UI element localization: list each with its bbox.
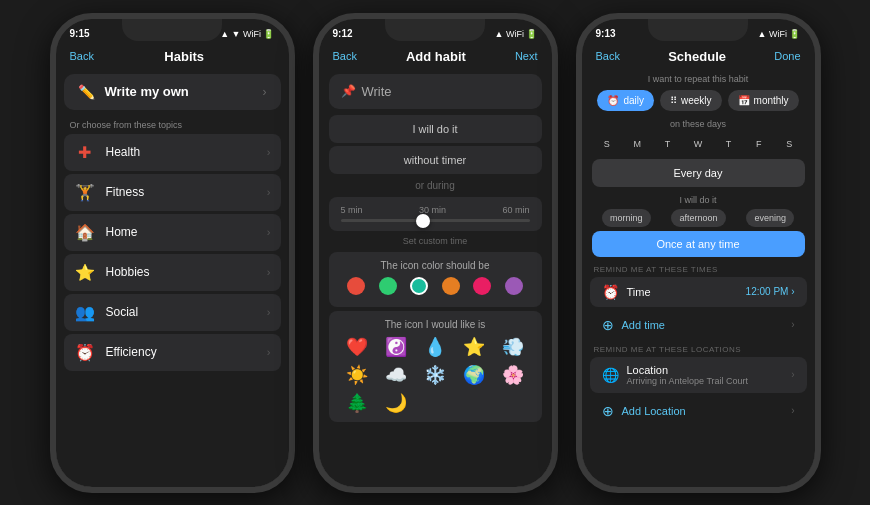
color-purple[interactable] (505, 277, 523, 295)
habit-item-social[interactable]: 👥 Social › (64, 294, 281, 331)
or-during-label: or during (329, 177, 542, 194)
monthly-tab[interactable]: 📅 monthly (728, 90, 799, 111)
status-time-3: 9:13 (596, 28, 616, 39)
icon-earth[interactable]: 🌍 (458, 364, 491, 386)
health-icon: ✚ (74, 143, 96, 162)
next-button[interactable]: Next (515, 50, 538, 62)
back-button-2[interactable]: Back (333, 50, 357, 62)
custom-time-label: Set custom time (319, 234, 552, 248)
pin-icon: 📌 (341, 84, 356, 98)
time-row[interactable]: ⏰ Time 12:00 PM › (590, 277, 807, 307)
write-placeholder: Write (362, 84, 392, 99)
nav-bar-1: Back Habits (56, 45, 289, 70)
monthly-icon: 📅 (738, 95, 750, 106)
page-title-2: Add habit (406, 49, 466, 64)
social-label: Social (106, 305, 257, 319)
clock-icon: ⏰ (602, 284, 619, 300)
chevron-icon: › (267, 146, 271, 158)
any-time-button[interactable]: Once at any time (592, 231, 805, 257)
habit-item-efficiency[interactable]: ⏰ Efficiency › (64, 334, 281, 371)
color-pink[interactable] (473, 277, 491, 295)
time-of-day-row: morning afternoon evening (582, 209, 815, 231)
icon-yin-yang[interactable]: ☯️ (380, 336, 413, 358)
add-time-row[interactable]: ⊕ Add time › (590, 310, 807, 340)
icon-heart[interactable]: ❤️ (341, 336, 374, 358)
social-icon: 👥 (74, 303, 96, 322)
add-location-row[interactable]: ⊕ Add Location › (590, 396, 807, 426)
icon-wind[interactable]: 💨 (497, 336, 530, 358)
back-button-1[interactable]: Back (70, 50, 94, 62)
habit-item-health[interactable]: ✚ Health › (64, 134, 281, 171)
location-row[interactable]: 🌐 Location Arriving in Antelope Trail Co… (590, 357, 807, 393)
location-label: Location Arriving in Antelope Trail Cour… (627, 364, 784, 386)
time-thumb[interactable] (416, 214, 430, 228)
done-button[interactable]: Done (774, 50, 800, 62)
color-orange[interactable] (442, 277, 460, 295)
habit-item-fitness[interactable]: 🏋 Fitness › (64, 174, 281, 211)
day-tue[interactable]: T (657, 133, 679, 155)
icon-water[interactable]: 💧 (419, 336, 452, 358)
icon-sun[interactable]: ☀️ (341, 364, 374, 386)
location-icon: 🌐 (602, 367, 619, 383)
back-button-3[interactable]: Back (596, 50, 620, 62)
add-time-icon: ⊕ (602, 317, 614, 333)
notch-3 (648, 19, 748, 41)
write-own-item[interactable]: ✏️ Write my own › (64, 74, 281, 110)
icon-snow[interactable]: ❄️ (419, 364, 452, 386)
afternoon-btn[interactable]: afternoon (671, 209, 725, 227)
time-labels: 5 min 30 min 60 min (341, 205, 530, 215)
icon-section: The icon I would like is ❤️ ☯️ 💧 ⭐ 💨 ☀️ … (329, 311, 542, 422)
color-green[interactable] (379, 277, 397, 295)
icon-moon[interactable]: 🌙 (380, 392, 413, 414)
remind-times-label: REMIND ME AT THESE TIMES (582, 263, 815, 277)
day-fri[interactable]: F (748, 133, 770, 155)
icon-flower[interactable]: 🌸 (497, 364, 530, 386)
icon-tree[interactable]: 🌲 (341, 392, 374, 414)
habit-item-home[interactable]: 🏠 Home › (64, 214, 281, 251)
habit-item-hobbies[interactable]: ⭐ Hobbies › (64, 254, 281, 291)
page-title-3: Schedule (668, 49, 726, 64)
screenshot-container: 9:15 ▲ ▼ WiFi 🔋 Back Habits ✏️ Write my … (0, 0, 870, 505)
efficiency-icon: ⏰ (74, 343, 96, 362)
day-wed[interactable]: W (687, 133, 709, 155)
color-red[interactable] (347, 277, 365, 295)
status-time-1: 9:15 (70, 28, 90, 39)
add-time-chevron: › (791, 319, 794, 330)
weekly-icon: ⠿ (670, 95, 677, 106)
icon-cloud[interactable]: ☁️ (380, 364, 413, 386)
day-sat[interactable]: S (778, 133, 800, 155)
schedule-screen: I want to repeat this habit ⏰ daily ⠿ we… (582, 70, 815, 429)
morning-btn[interactable]: morning (602, 209, 651, 227)
color-section-label: The icon color should be (341, 260, 530, 271)
weekly-tab[interactable]: ⠿ weekly (660, 90, 722, 111)
notch-2 (385, 19, 485, 41)
will-do-option[interactable]: I will do it (329, 115, 542, 143)
write-own-label: Write my own (105, 84, 253, 99)
day-thu[interactable]: T (717, 133, 739, 155)
chevron-icon: › (267, 226, 271, 238)
time-label: Time (627, 286, 738, 298)
write-input[interactable]: 📌 Write (329, 74, 542, 109)
monthly-label: monthly (754, 95, 789, 106)
home-icon: 🏠 (74, 223, 96, 242)
day-mon[interactable]: M (626, 133, 648, 155)
add-time-label: Add time (622, 319, 784, 331)
fitness-label: Fitness (106, 185, 257, 199)
time-slider[interactable]: 5 min 30 min 60 min (329, 197, 542, 231)
icon-grid: ❤️ ☯️ 💧 ⭐ 💨 ☀️ ☁️ ❄️ 🌍 🌸 🌲 🌙 (341, 336, 530, 414)
color-teal[interactable] (410, 277, 428, 295)
remind-locations-label: REMIND ME AT THESE LOCATIONS (582, 343, 815, 357)
evening-btn[interactable]: evening (746, 209, 794, 227)
add-location-label: Add Location (622, 405, 784, 417)
habit-options: I will do it without timer or during (329, 115, 542, 194)
weekly-label: weekly (681, 95, 712, 106)
add-habit-screen: 📌 Write I will do it without timer or du… (319, 70, 552, 426)
icon-star[interactable]: ⭐ (458, 336, 491, 358)
timer-option[interactable]: without timer (329, 146, 542, 174)
fitness-icon: 🏋 (74, 183, 96, 202)
day-sun[interactable]: S (596, 133, 618, 155)
every-day-button[interactable]: Every day (592, 159, 805, 187)
health-label: Health (106, 145, 257, 159)
section-header: Or choose from these topics (56, 114, 289, 134)
daily-tab[interactable]: ⏰ daily (597, 90, 654, 111)
